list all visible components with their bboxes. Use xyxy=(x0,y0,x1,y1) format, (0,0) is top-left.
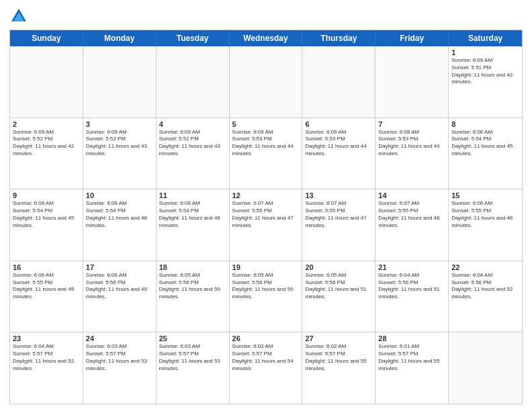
day-cell-25: 25Sunrise: 6:03 AM Sunset: 5:57 PM Dayli… xyxy=(157,332,230,404)
page: SundayMondayTuesdayWednesdayThursdayFrid… xyxy=(0,0,532,411)
day-number: 25 xyxy=(159,334,226,342)
day-info: Sunrise: 6:02 AM Sunset: 5:57 PM Dayligh… xyxy=(232,343,300,372)
day-number: 19 xyxy=(232,263,300,271)
calendar-header: SundayMondayTuesdayWednesdayThursdayFrid… xyxy=(10,30,522,46)
day-number: 28 xyxy=(378,334,445,342)
day-info: Sunrise: 6:09 AM Sunset: 5:53 PM Dayligh… xyxy=(232,129,300,158)
header-day-tuesday: Tuesday xyxy=(157,30,230,46)
day-cell-19: 19Sunrise: 6:05 AM Sunset: 5:56 PM Dayli… xyxy=(230,261,303,332)
day-info: Sunrise: 6:03 AM Sunset: 5:57 PM Dayligh… xyxy=(159,343,226,372)
day-number: 22 xyxy=(451,263,519,271)
header-day-sunday: Sunday xyxy=(10,30,83,46)
empty-cell xyxy=(10,46,83,118)
day-cell-11: 11Sunrise: 6:08 AM Sunset: 5:54 PM Dayli… xyxy=(157,189,230,261)
day-number: 24 xyxy=(86,334,153,342)
day-cell-17: 17Sunrise: 6:06 AM Sunset: 5:56 PM Dayli… xyxy=(83,261,157,332)
empty-cell xyxy=(230,46,303,118)
day-number: 17 xyxy=(86,263,153,271)
day-number: 7 xyxy=(378,120,445,128)
day-number: 1 xyxy=(451,48,519,56)
day-number: 9 xyxy=(13,191,80,199)
header-day-friday: Friday xyxy=(375,30,449,46)
day-info: Sunrise: 6:07 AM Sunset: 5:55 PM Dayligh… xyxy=(232,200,300,229)
empty-cell xyxy=(302,46,375,118)
header-day-wednesday: Wednesday xyxy=(230,30,303,46)
day-cell-2: 2Sunrise: 6:09 AM Sunset: 5:52 PM Daylig… xyxy=(10,118,83,189)
day-cell-14: 14Sunrise: 6:07 AM Sunset: 5:55 PM Dayli… xyxy=(375,189,449,261)
day-info: Sunrise: 6:07 AM Sunset: 5:55 PM Dayligh… xyxy=(305,200,372,229)
header-day-monday: Monday xyxy=(83,30,157,46)
day-number: 13 xyxy=(305,191,372,199)
calendar-week-3: 9Sunrise: 6:08 AM Sunset: 5:54 PM Daylig… xyxy=(10,189,522,261)
day-cell-24: 24Sunrise: 6:03 AM Sunset: 5:57 PM Dayli… xyxy=(83,332,157,404)
empty-cell xyxy=(83,46,157,118)
day-cell-18: 18Sunrise: 6:05 AM Sunset: 5:56 PM Dayli… xyxy=(157,261,230,332)
empty-cell xyxy=(449,332,522,404)
day-cell-12: 12Sunrise: 6:07 AM Sunset: 5:55 PM Dayli… xyxy=(230,189,303,261)
day-number: 27 xyxy=(305,334,372,342)
day-number: 2 xyxy=(13,120,80,128)
day-cell-23: 23Sunrise: 6:04 AM Sunset: 5:57 PM Dayli… xyxy=(10,332,83,404)
day-info: Sunrise: 6:05 AM Sunset: 5:56 PM Dayligh… xyxy=(232,272,300,301)
day-cell-28: 28Sunrise: 6:01 AM Sunset: 5:57 PM Dayli… xyxy=(375,332,449,404)
day-cell-13: 13Sunrise: 6:07 AM Sunset: 5:55 PM Dayli… xyxy=(302,189,375,261)
day-number: 3 xyxy=(86,120,153,128)
day-cell-4: 4Sunrise: 6:09 AM Sunset: 5:52 PM Daylig… xyxy=(157,118,230,189)
empty-cell xyxy=(157,46,230,118)
day-cell-26: 26Sunrise: 6:02 AM Sunset: 5:57 PM Dayli… xyxy=(230,332,303,404)
day-number: 15 xyxy=(451,191,519,199)
header-day-thursday: Thursday xyxy=(302,30,375,46)
calendar-week-5: 23Sunrise: 6:04 AM Sunset: 5:57 PM Dayli… xyxy=(10,332,522,404)
day-cell-6: 6Sunrise: 6:09 AM Sunset: 5:53 PM Daylig… xyxy=(302,118,375,189)
calendar-week-4: 16Sunrise: 6:06 AM Sunset: 5:55 PM Dayli… xyxy=(10,261,522,332)
day-number: 6 xyxy=(305,120,372,128)
header xyxy=(9,7,523,26)
day-info: Sunrise: 6:08 AM Sunset: 5:53 PM Dayligh… xyxy=(378,129,445,158)
day-number: 4 xyxy=(159,120,226,128)
day-info: Sunrise: 6:05 AM Sunset: 5:56 PM Dayligh… xyxy=(305,272,372,301)
day-number: 14 xyxy=(378,191,445,199)
day-number: 12 xyxy=(232,191,300,199)
day-cell-7: 7Sunrise: 6:08 AM Sunset: 5:53 PM Daylig… xyxy=(375,118,449,189)
day-number: 16 xyxy=(13,263,80,271)
calendar-week-1: 1Sunrise: 6:09 AM Sunset: 5:51 PM Daylig… xyxy=(10,46,522,118)
day-info: Sunrise: 6:05 AM Sunset: 5:56 PM Dayligh… xyxy=(159,272,226,301)
day-cell-5: 5Sunrise: 6:09 AM Sunset: 5:53 PM Daylig… xyxy=(230,118,303,189)
day-number: 5 xyxy=(232,120,300,128)
day-cell-1: 1Sunrise: 6:09 AM Sunset: 5:51 PM Daylig… xyxy=(449,46,522,118)
day-number: 20 xyxy=(305,263,372,271)
day-cell-22: 22Sunrise: 6:04 AM Sunset: 5:56 PM Dayli… xyxy=(449,261,522,332)
day-number: 23 xyxy=(13,334,80,342)
day-number: 21 xyxy=(378,263,445,271)
calendar: SundayMondayTuesdayWednesdayThursdayFrid… xyxy=(9,30,523,404)
empty-cell xyxy=(375,46,449,118)
logo xyxy=(9,7,31,26)
day-info: Sunrise: 6:06 AM Sunset: 5:55 PM Dayligh… xyxy=(451,200,519,229)
day-cell-21: 21Sunrise: 6:04 AM Sunset: 5:56 PM Dayli… xyxy=(375,261,449,332)
day-cell-27: 27Sunrise: 6:02 AM Sunset: 5:57 PM Dayli… xyxy=(302,332,375,404)
day-cell-16: 16Sunrise: 6:06 AM Sunset: 5:55 PM Dayli… xyxy=(10,261,83,332)
day-cell-10: 10Sunrise: 6:08 AM Sunset: 5:54 PM Dayli… xyxy=(83,189,157,261)
calendar-week-2: 2Sunrise: 6:09 AM Sunset: 5:52 PM Daylig… xyxy=(10,118,522,189)
day-number: 8 xyxy=(451,120,519,128)
day-cell-8: 8Sunrise: 6:08 AM Sunset: 5:54 PM Daylig… xyxy=(449,118,522,189)
day-info: Sunrise: 6:04 AM Sunset: 5:56 PM Dayligh… xyxy=(378,272,445,301)
day-info: Sunrise: 6:01 AM Sunset: 5:57 PM Dayligh… xyxy=(378,343,445,372)
day-info: Sunrise: 6:08 AM Sunset: 5:54 PM Dayligh… xyxy=(451,129,519,158)
day-info: Sunrise: 6:04 AM Sunset: 5:56 PM Dayligh… xyxy=(451,272,519,301)
day-number: 10 xyxy=(86,191,153,199)
day-cell-3: 3Sunrise: 6:09 AM Sunset: 5:52 PM Daylig… xyxy=(83,118,157,189)
day-info: Sunrise: 6:09 AM Sunset: 5:52 PM Dayligh… xyxy=(13,129,80,158)
day-info: Sunrise: 6:08 AM Sunset: 5:54 PM Dayligh… xyxy=(13,200,80,229)
day-info: Sunrise: 6:08 AM Sunset: 5:54 PM Dayligh… xyxy=(159,200,226,229)
day-info: Sunrise: 6:09 AM Sunset: 5:51 PM Dayligh… xyxy=(451,57,519,86)
day-info: Sunrise: 6:08 AM Sunset: 5:54 PM Dayligh… xyxy=(86,200,153,229)
day-info: Sunrise: 6:09 AM Sunset: 5:52 PM Dayligh… xyxy=(159,129,226,158)
calendar-body: 1Sunrise: 6:09 AM Sunset: 5:51 PM Daylig… xyxy=(10,46,522,404)
day-info: Sunrise: 6:09 AM Sunset: 5:52 PM Dayligh… xyxy=(86,129,153,158)
day-info: Sunrise: 6:06 AM Sunset: 5:55 PM Dayligh… xyxy=(13,272,80,301)
day-info: Sunrise: 6:07 AM Sunset: 5:55 PM Dayligh… xyxy=(378,200,445,229)
day-number: 18 xyxy=(159,263,226,271)
logo-icon xyxy=(9,7,28,26)
day-number: 26 xyxy=(232,334,300,342)
